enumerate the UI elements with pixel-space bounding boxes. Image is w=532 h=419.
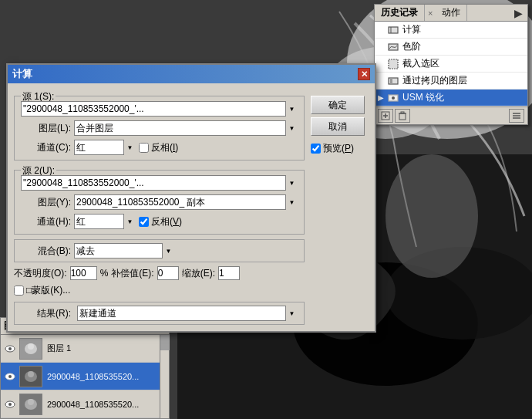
svg-rect-7 xyxy=(389,27,398,33)
cancel-button[interactable]: 取消 xyxy=(311,117,365,136)
opacity-input[interactable] xyxy=(70,266,97,280)
blend-select[interactable]: 减去 xyxy=(74,243,174,258)
svg-rect-20 xyxy=(401,112,404,113)
mask-row: □蒙版(K)... xyxy=(14,284,305,297)
source2-section: 源 2(U): "2900048_110853552000_'... ▼ xyxy=(14,170,305,235)
source1-invert-text: 反相(I) xyxy=(151,141,178,154)
result-wrapper: 新建通道 ▼ xyxy=(77,306,298,321)
preview-text: 预览(P) xyxy=(323,142,354,155)
dialog-title: 计算 xyxy=(12,67,32,81)
action-buttons: 确定 取消 预览(P) xyxy=(311,90,369,325)
history-icon-4 xyxy=(387,75,399,87)
dialog-content: 源 1(S): "2900048_110853552000_'... ▼ xyxy=(8,83,375,331)
source1-file-select[interactable]: "2900048_110853552000_'... xyxy=(21,101,298,117)
history-item-2[interactable]: 色阶 xyxy=(375,39,527,56)
layer-eye-1[interactable] xyxy=(4,343,16,355)
tab-separator: × xyxy=(425,7,436,19)
source2-file-select[interactable]: "2900048_110853552000_'... xyxy=(21,175,298,191)
history-item-label-5: USM 锐化 xyxy=(402,91,444,104)
svg-point-28 xyxy=(28,343,34,350)
history-new-btn[interactable] xyxy=(378,109,393,123)
history-menu-btn[interactable] xyxy=(509,109,524,123)
source1-label-text: 源 1(S): xyxy=(22,91,54,102)
source2-layer-select[interactable]: 2900048_110853552000_ 副本 xyxy=(74,194,298,210)
svg-point-35 xyxy=(8,403,12,406)
blend-label: 混合(B): xyxy=(21,245,71,258)
source1-file-row: "2900048_110853552000_'... ▼ xyxy=(21,101,298,117)
source1-invert-checkbox[interactable] xyxy=(139,143,149,153)
history-delete-btn[interactable] xyxy=(395,109,410,123)
source2-channel-row: 通道(H): 红 ▼ 反相(V) xyxy=(21,214,298,229)
source1-invert-label: 反相(I) xyxy=(139,141,178,154)
offset-label: 补偿值(E): xyxy=(111,267,153,280)
layers-scrollbar[interactable] xyxy=(160,335,169,418)
history-item-5[interactable]: ▶ USM 锐化 xyxy=(375,90,527,106)
history-icon-1 xyxy=(387,24,399,36)
history-arrow-5: ▶ xyxy=(378,93,386,102)
tab-actions[interactable]: 动作 xyxy=(436,5,467,21)
dialog-close-button[interactable]: ✕ xyxy=(358,68,370,80)
preview-checkbox[interactable] xyxy=(311,144,321,154)
source2-invert-label: 反相(V) xyxy=(139,215,182,228)
history-item-3[interactable]: 截入选区 xyxy=(375,56,527,73)
source1-section: 源 1(S): "2900048_110853552000_'... ▼ xyxy=(14,96,305,161)
layer-item-2[interactable]: 2900048_1108535520... xyxy=(1,363,160,390)
layer-eye-3[interactable] xyxy=(4,398,16,411)
source2-layer-row: 图层(Y): 2900048_110853552000_ 副本 ▼ xyxy=(21,194,298,210)
svg-point-6 xyxy=(386,154,478,278)
source2-invert-checkbox[interactable] xyxy=(139,217,149,227)
svg-rect-10 xyxy=(389,59,398,69)
layer-name-2: 2900048_1108535520... xyxy=(47,372,139,381)
svg-point-38 xyxy=(28,399,34,405)
layer-thumb-3 xyxy=(19,394,42,415)
source1-layer-select[interactable]: 合并图层 xyxy=(74,120,298,136)
history-item-label-3: 截入选区 xyxy=(402,57,439,70)
svg-point-30 xyxy=(8,375,12,378)
source1-channel-select[interactable]: 红 xyxy=(74,140,136,155)
history-tabs: 历史记录 × 动作 ▶ xyxy=(375,5,527,22)
source1-channel-row: 通道(C): 红 ▼ 反相(I) xyxy=(21,140,298,155)
history-item-1[interactable]: 计算 xyxy=(375,22,527,39)
layers-content: 图层 1 2900048_1108535520... xyxy=(1,335,169,418)
history-item-label-4: 通过拷贝的图层 xyxy=(402,74,467,87)
layer-item-1[interactable]: 图层 1 xyxy=(1,335,160,363)
source1-layer-wrapper: 合并图层 ▼ xyxy=(74,120,298,136)
confirm-button[interactable]: 确定 xyxy=(311,96,365,114)
scroll-thumb xyxy=(160,335,170,350)
mask-checkbox[interactable] xyxy=(14,286,24,296)
layer-item-3[interactable]: 2900048_1108535520... xyxy=(1,390,160,418)
scale-input[interactable] xyxy=(218,266,240,280)
confirm-label: 确定 xyxy=(328,99,347,112)
mask-text: □蒙版(K)... xyxy=(26,284,70,297)
history-item-label-1: 计算 xyxy=(402,23,421,36)
blend-wrapper: 减去 ▼ xyxy=(74,243,174,258)
dialog-titlebar: 计算 ✕ xyxy=(8,65,375,83)
layer-eye-2[interactable] xyxy=(4,370,16,383)
source1-channel-wrapper: 红 ▼ xyxy=(74,140,136,155)
svg-rect-18 xyxy=(399,113,406,120)
history-item-label-2: 色阶 xyxy=(402,40,421,53)
source2-layer-wrapper: 2900048_110853552000_ 副本 ▼ xyxy=(74,194,298,210)
history-tab-label: 历史记录 xyxy=(381,7,418,18)
source2-invert-text: 反相(V) xyxy=(151,215,182,228)
history-close-button[interactable]: ▶ xyxy=(511,6,526,20)
history-icon-2 xyxy=(387,41,399,53)
svg-rect-12 xyxy=(390,78,392,84)
opacity-row: 不透明度(O): % 补偿值(E): 缩放(E): xyxy=(14,266,305,280)
source2-file-wrapper: "2900048_110853552000_'... ▼ xyxy=(21,175,298,191)
history-item-4[interactable]: 通过拷贝的图层 xyxy=(375,73,527,90)
preview-label: 预览(P) xyxy=(311,142,369,155)
source1-channel-label: 通道(C): xyxy=(21,141,71,154)
tab-history[interactable]: 历史记录 xyxy=(375,5,425,21)
offset-input[interactable] xyxy=(157,266,179,280)
source2-channel-select[interactable]: 红 xyxy=(74,214,136,229)
result-select[interactable]: 新建通道 xyxy=(77,306,298,321)
layer-name-3: 2900048_1108535520... xyxy=(47,400,139,409)
cancel-label: 取消 xyxy=(328,120,347,133)
source2-label-text: 源 2(U): xyxy=(22,165,55,176)
history-panel: 历史记录 × 动作 ▶ 计算 xyxy=(374,4,528,125)
result-label: 结果(R): xyxy=(21,307,71,320)
calculate-dialog: 计算 ✕ 源 1(S): "2900048_110853552000_'... xyxy=(6,63,376,333)
scale-label: 缩放(E): xyxy=(182,267,215,280)
mask-label: □蒙版(K)... xyxy=(14,284,305,297)
